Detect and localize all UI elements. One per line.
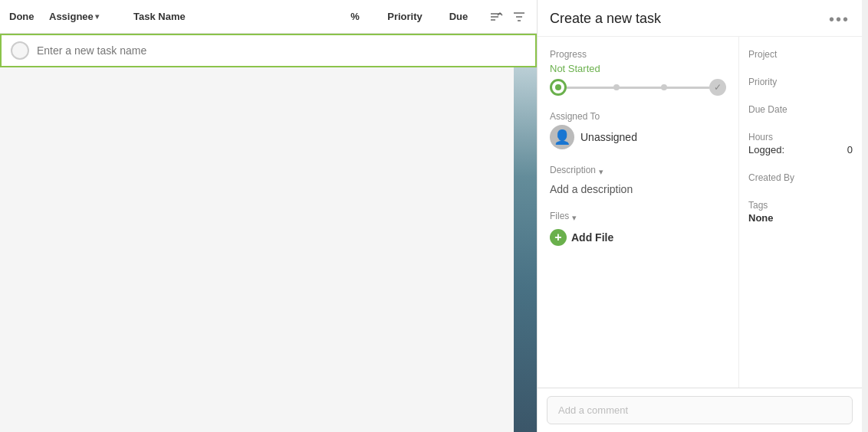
progress-section: Progress Not Started ✓ (550, 49, 726, 96)
task-list-body (0, 67, 537, 432)
filter-icon[interactable] (511, 8, 528, 25)
progress-check-icon: ✓ (714, 82, 722, 93)
more-options-button[interactable]: ••• (829, 11, 850, 27)
progress-bar (567, 87, 709, 89)
priority-label: Priority (748, 77, 853, 87)
add-file-label: Add File (571, 231, 613, 244)
tags-label: Tags (748, 200, 853, 211)
col-taskname-header: Task Name (133, 11, 336, 22)
description-section: Description ▾ Add a description (550, 165, 726, 195)
task-detail-header: Create a new task ••• (538, 0, 862, 37)
hours-logged-label: Logged: (748, 144, 784, 155)
assignee-chevron-icon: ▾ (95, 12, 99, 21)
hours-logged-value: 0 (847, 144, 853, 155)
col-due-header: Due (436, 11, 482, 22)
description-label: Description (550, 165, 596, 175)
comment-bar (538, 388, 862, 432)
avatar: 👤 (550, 125, 574, 149)
col-priority-header: Priority (374, 11, 436, 22)
add-description-button[interactable]: Add a description (550, 183, 726, 195)
assigned-name: Unassigned (580, 131, 637, 143)
progress-end-circle: ✓ (709, 79, 726, 96)
due-date-label: Due Date (748, 104, 853, 115)
progress-label: Progress (550, 49, 726, 60)
project-label: Project (748, 49, 853, 60)
progress-status: Not Started (550, 63, 726, 74)
add-file-plus-icon: + (550, 229, 567, 246)
priority-field: Priority (748, 77, 853, 87)
sort-icon[interactable] (488, 8, 505, 25)
col-done-header: Done (9, 11, 49, 22)
panel-title: Create a new task (550, 11, 661, 27)
due-date-field: Due Date (748, 104, 853, 115)
assigned-label: Assigned To (550, 111, 726, 122)
created-by-field: Created By (748, 172, 853, 183)
add-file-button[interactable]: + Add File (550, 229, 726, 246)
created-by-label: Created By (748, 172, 853, 183)
hours-label: Hours (748, 132, 853, 142)
hours-field: Hours Logged: 0 (748, 132, 853, 155)
new-task-row[interactable] (0, 34, 537, 67)
assigned-section: Assigned To 👤 Unassigned (550, 111, 726, 149)
task-detail-body: Progress Not Started ✓ Assi (538, 37, 862, 388)
progress-track[interactable]: ✓ (550, 79, 726, 96)
task-meta-fields: Project Priority Due Date Hours Logged: … (739, 37, 862, 388)
col-percent-header: % (336, 11, 374, 22)
comment-input[interactable] (547, 396, 853, 424)
progress-dot-fill (555, 84, 561, 90)
task-list-panel: Done Assignee ▾ Task Name % Priority Due (0, 0, 537, 432)
tags-field: Tags None (748, 200, 853, 224)
files-header[interactable]: Files ▾ (550, 211, 726, 224)
mountain-decoration (514, 67, 537, 432)
col-assignee-header[interactable]: Assignee ▾ (49, 11, 133, 22)
task-status-circle[interactable] (11, 41, 29, 60)
task-main-fields: Progress Not Started ✓ Assi (538, 37, 739, 388)
files-section: Files ▾ + Add File (550, 211, 726, 246)
tags-value: None (748, 212, 853, 224)
progress-mid-dot2 (661, 84, 667, 90)
description-chevron-icon: ▾ (599, 167, 603, 177)
project-field: Project (748, 49, 853, 60)
files-label: Files (550, 211, 569, 221)
hours-row: Logged: 0 (748, 144, 853, 155)
new-task-input[interactable] (37, 44, 526, 57)
progress-mid-dot1 (613, 84, 620, 90)
progress-start-circle (550, 79, 567, 96)
user-icon: 👤 (554, 129, 570, 146)
files-chevron-icon: ▾ (572, 213, 577, 223)
task-detail-panel: Create a new task ••• Progress Not Start… (537, 0, 862, 432)
header-icons (488, 8, 528, 25)
description-header[interactable]: Description ▾ (550, 165, 726, 178)
assigned-user[interactable]: 👤 Unassigned (550, 125, 726, 149)
table-header: Done Assignee ▾ Task Name % Priority Due (0, 0, 537, 34)
